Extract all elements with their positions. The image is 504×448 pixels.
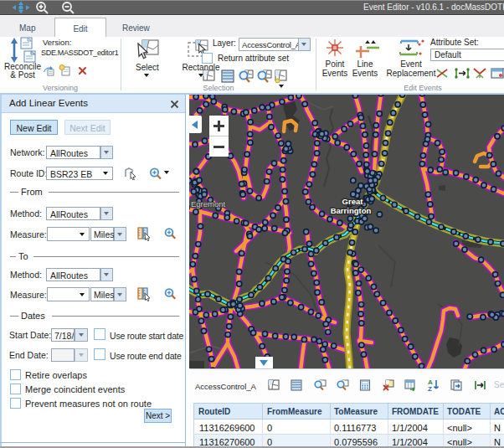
svg-text:Great: Great <box>342 197 364 206</box>
svg-text:Egremont: Egremont <box>191 199 226 209</box>
svg-text:Barrington: Barrington <box>331 206 372 215</box>
svg-text:Z: Z <box>428 385 432 392</box>
